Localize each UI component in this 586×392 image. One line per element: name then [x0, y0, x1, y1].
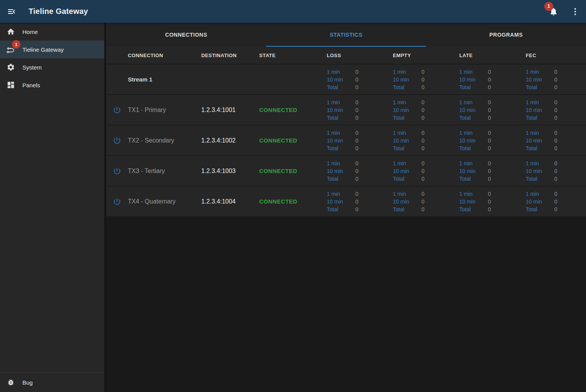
- stat-value: 0: [488, 175, 491, 183]
- stat-line: 10 min0: [327, 106, 392, 114]
- stat-value: 0: [488, 190, 491, 198]
- stat-label: Total: [327, 114, 355, 122]
- power-toggle-icon[interactable]: [113, 167, 121, 175]
- empty-stats: 1 min010 min0Total0: [392, 129, 458, 152]
- stat-line: 1 min0: [327, 68, 392, 76]
- stat-value: 0: [355, 106, 358, 114]
- tab-statistics[interactable]: STATISTICS: [266, 23, 426, 47]
- stat-label: Total: [459, 175, 488, 183]
- sidebar-item-tieline-gateway[interactable]: 1 Tieline Gateway: [0, 41, 104, 58]
- tab-programs[interactable]: PROGRAMS: [426, 23, 586, 47]
- header-destination: DESTINATION: [201, 53, 259, 58]
- header-connection: CONNECTION: [128, 53, 201, 58]
- empty-stats: 1 min010 min0Total0: [392, 190, 458, 213]
- empty-stats: 1 min010 min0Total0: [392, 68, 458, 91]
- stat-line: 10 min0: [459, 106, 525, 114]
- sidebar-item-bug[interactable]: Bug: [0, 373, 104, 392]
- stat-label: Total: [526, 205, 554, 213]
- home-icon: [6, 27, 15, 36]
- sidebar-item-panels[interactable]: Panels: [0, 76, 104, 94]
- power-toggle-icon[interactable]: [113, 106, 121, 114]
- stat-label: Total: [526, 114, 554, 122]
- sidebar-item-label: Bug: [22, 379, 33, 386]
- sidebar-nav: Home 1 Tieline Gateway System Panels: [0, 23, 104, 392]
- stat-label: 1 min: [393, 98, 421, 106]
- stat-line: 1 min0: [393, 129, 458, 137]
- stat-line: Total0: [459, 83, 525, 91]
- stat-line: Total0: [393, 114, 458, 122]
- table-row: TX4 - Quaternary1.2.3.4:1004CONNECTED1 m…: [106, 186, 586, 216]
- stat-label: 1 min: [393, 129, 421, 137]
- stat-value: 0: [554, 160, 557, 167]
- stat-label: Total: [327, 83, 355, 91]
- stat-value: 0: [421, 160, 425, 167]
- sidebar-item-label: Panels: [22, 82, 40, 88]
- stat-value: 0: [355, 137, 358, 144]
- loss-stats: 1 min010 min0Total0: [326, 190, 392, 213]
- stat-line: 10 min0: [526, 198, 586, 205]
- stat-value: 0: [355, 129, 358, 137]
- kebab-menu-icon[interactable]: [570, 6, 581, 17]
- stat-label: 1 min: [526, 129, 554, 137]
- stat-value: 0: [421, 106, 425, 114]
- stat-line: 10 min0: [459, 198, 525, 205]
- fec-stats: 1 min010 min0Total0: [525, 190, 586, 213]
- header-empty: EMPTY: [392, 53, 458, 58]
- table-row: Stream 11 min010 min0Total01 min010 min0…: [106, 64, 586, 94]
- page-title: Tieline Gateway: [29, 7, 88, 16]
- menu-open-icon[interactable]: [5, 5, 19, 19]
- stat-value: 0: [421, 205, 425, 213]
- route-icon: 1: [6, 45, 15, 54]
- sidebar-item-badge: 1: [12, 40, 20, 49]
- sidebar-item-label: Home: [22, 29, 38, 35]
- stat-value: 0: [355, 167, 358, 175]
- stat-label: Total: [459, 144, 488, 152]
- stat-label: 10 min: [526, 76, 554, 83]
- stat-label: Total: [327, 205, 355, 213]
- stat-label: 1 min: [393, 68, 421, 76]
- stat-value: 0: [554, 83, 557, 91]
- gear-icon: [6, 63, 15, 72]
- loss-stats: 1 min010 min0Total0: [326, 160, 392, 183]
- stat-label: Total: [393, 175, 421, 183]
- fec-stats: 1 min010 min0Total0: [525, 98, 586, 122]
- table-body: Stream 11 min010 min0Total01 min010 min0…: [106, 64, 586, 216]
- notifications-button[interactable]: 1: [549, 7, 558, 16]
- stat-value: 0: [421, 98, 425, 106]
- stat-value: 0: [554, 198, 557, 205]
- power-cell: [106, 197, 128, 206]
- stat-line: Total0: [393, 205, 458, 213]
- stat-line: Total0: [459, 205, 525, 213]
- stat-value: 0: [421, 190, 425, 198]
- stat-value: 0: [488, 106, 491, 114]
- stat-value: 0: [488, 167, 491, 175]
- stat-line: Total0: [327, 175, 392, 183]
- power-cell: [106, 167, 128, 175]
- power-toggle-icon[interactable]: [113, 136, 121, 145]
- stat-value: 0: [421, 167, 425, 175]
- panels-icon: [6, 80, 15, 90]
- stat-value: 0: [355, 160, 358, 167]
- stat-label: Total: [526, 83, 554, 91]
- tab-connections[interactable]: CONNECTIONS: [106, 23, 266, 47]
- stat-value: 0: [355, 114, 358, 122]
- empty-stats: 1 min010 min0Total0: [392, 160, 458, 183]
- sidebar-item-system[interactable]: System: [0, 58, 104, 76]
- stat-label: 1 min: [327, 160, 355, 167]
- stat-label: 1 min: [459, 160, 488, 167]
- stat-line: 1 min0: [327, 160, 392, 167]
- stat-value: 0: [421, 114, 425, 122]
- stat-line: 1 min0: [327, 129, 392, 137]
- connection-name: Stream 1: [128, 76, 201, 83]
- header-fec: FEC: [525, 53, 586, 58]
- stat-value: 0: [554, 68, 557, 76]
- stat-line: 10 min0: [327, 137, 392, 144]
- power-toggle-icon[interactable]: [113, 197, 121, 206]
- stat-value: 0: [488, 114, 491, 122]
- stat-line: 1 min0: [526, 98, 586, 106]
- sidebar-item-home[interactable]: Home: [0, 23, 104, 41]
- stat-value: 0: [554, 167, 557, 175]
- stat-value: 0: [421, 76, 425, 83]
- stat-value: 0: [488, 76, 491, 83]
- state-value: CONNECTED: [259, 168, 326, 174]
